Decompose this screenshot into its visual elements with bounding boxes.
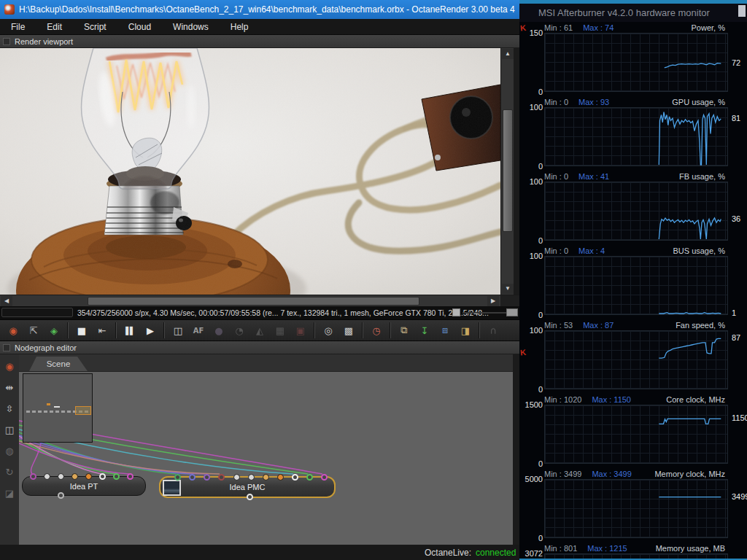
white-balance-picker-icon: ◔ xyxy=(235,325,243,336)
node-input-pin[interactable] xyxy=(85,473,92,480)
node-input-pin[interactable] xyxy=(44,473,50,480)
refresh-icon[interactable]: ↻ xyxy=(2,464,17,479)
graph-title: GPU usage, % xyxy=(672,98,725,106)
graph-polyline xyxy=(659,419,721,424)
render-camera-icon[interactable]: ◍ xyxy=(2,443,17,458)
graph-ymax-tick: 100 xyxy=(521,177,543,186)
nodegraph-canvas[interactable]: Idea PTIdea PMC xyxy=(19,372,513,545)
node-idea-pt[interactable]: Idea PT xyxy=(22,476,146,496)
menu-windows[interactable]: Windows xyxy=(162,19,220,35)
zoom-tool-icon[interactable]: ◎ xyxy=(319,322,338,339)
graph-title: Memory usage, MB xyxy=(656,544,725,553)
scroll-down-arrow[interactable]: ▼ xyxy=(502,284,514,294)
white-balance-picker-icon[interactable]: ◔ xyxy=(230,322,249,339)
restart-render-icon[interactable]: ⇤ xyxy=(93,322,112,339)
node-input-pin[interactable] xyxy=(204,474,210,481)
tab-scene[interactable]: Scene xyxy=(29,357,88,371)
pick-render-target-icon[interactable]: ◉ xyxy=(4,322,23,339)
node-idea-pmc[interactable]: Idea PMC xyxy=(159,476,336,498)
export-passes-icon[interactable]: ⧈ xyxy=(436,322,454,339)
rivatuner-icon: K xyxy=(519,348,526,357)
node-output-pin[interactable] xyxy=(58,492,64,499)
node-input-pin[interactable] xyxy=(292,474,298,481)
collapse-nodes-icon[interactable]: ⇳ xyxy=(2,401,17,416)
stop-render-icon[interactable]: ■ xyxy=(72,322,91,339)
node-input-pin[interactable] xyxy=(248,474,255,481)
node-input-pin[interactable] xyxy=(113,473,120,480)
minimap-marker xyxy=(47,403,50,405)
material-picker-icon[interactable]: ● xyxy=(209,322,228,339)
node-input-pin[interactable] xyxy=(71,473,78,480)
node-input-pin[interactable] xyxy=(321,474,328,481)
graph-polyline xyxy=(665,63,721,68)
scroll-right-arrow[interactable]: ▶ xyxy=(487,296,499,306)
minimap-viewport-box[interactable] xyxy=(75,406,91,415)
rgb-cube-icon[interactable]: ◈ xyxy=(44,322,63,339)
node-input-pin[interactable] xyxy=(306,474,313,481)
msi-window-control[interactable] xyxy=(738,5,746,17)
save-render-state-icon[interactable]: ◨ xyxy=(456,322,475,339)
autofocus-icon[interactable]: AF xyxy=(189,322,208,339)
node-output-pin[interactable] xyxy=(247,494,253,500)
subsampling-gauge-icon[interactable]: ◷ xyxy=(367,322,386,339)
panel-collapse-box[interactable] xyxy=(3,344,10,351)
octane-title-bar[interactable]: H:\Backup\Dados\Install\Benchmarks\Octan… xyxy=(0,0,519,19)
node-input-pin[interactable] xyxy=(233,474,240,481)
viewport-horizontal-scrollbar[interactable]: ◀ ▶ xyxy=(0,295,519,306)
nodegraph-header[interactable]: Nodegraph editor xyxy=(0,341,519,354)
preview-visibility-icon[interactable]: ◫ xyxy=(2,422,17,437)
graph-max-label: Max : 3499 xyxy=(592,470,631,478)
graph-max-label: Max : 74 xyxy=(583,23,614,32)
graph-header: Min : 3499Max : 3499Memory clock, MHz xyxy=(521,468,747,479)
menu-script[interactable]: Script xyxy=(73,19,117,35)
node-input-pin[interactable] xyxy=(127,473,133,480)
copy-image-icon[interactable]: ⧉ xyxy=(395,322,414,339)
graph-current-value: 72 xyxy=(732,58,740,67)
node-input-pin[interactable] xyxy=(218,474,225,481)
node-input-pin[interactable] xyxy=(99,473,106,480)
status-slider-thumb[interactable] xyxy=(506,308,518,316)
resume-render-icon[interactable]: ▶ xyxy=(141,322,160,339)
node-input-pin[interactable] xyxy=(263,474,269,481)
graph-body: 10001 xyxy=(544,256,728,315)
lock-viewport-icon[interactable]: ∩ xyxy=(484,322,503,339)
render-viewport[interactable]: ▲ ▼ xyxy=(0,48,519,295)
graph-title: Memory clock, MHz xyxy=(654,470,725,478)
menu-cloud[interactable]: Cloud xyxy=(117,19,162,35)
node-input-pin[interactable] xyxy=(277,474,284,481)
render-region-icon[interactable]: ▣ xyxy=(291,322,310,339)
real-time-render-icon[interactable]: ◫ xyxy=(169,322,187,339)
render-viewport-header[interactable]: Render viewport xyxy=(0,35,519,48)
graph-polyline xyxy=(659,218,721,239)
save-image-icon[interactable]: ↧ xyxy=(415,322,434,339)
toolbar-separator xyxy=(390,322,391,338)
pause-render-icon[interactable]: ▌▌ xyxy=(120,322,139,339)
node-input-pin[interactable] xyxy=(174,474,181,481)
fit-resolution-icon[interactable]: ⇱ xyxy=(24,322,43,339)
focus-picker-icon[interactable]: ◭ xyxy=(250,322,269,339)
scroll-left-arrow[interactable]: ◀ xyxy=(1,296,12,306)
graph-current-value: 87 xyxy=(732,333,740,342)
graph-line xyxy=(545,405,727,463)
graph-title: BUS usage, % xyxy=(673,246,725,255)
horizontal-scroll-thumb[interactable] xyxy=(88,297,419,306)
alpha-channel-icon[interactable]: ▩ xyxy=(339,322,358,339)
viewport-vertical-scrollbar[interactable]: ▲ ▼ xyxy=(500,48,514,295)
render-target-icon[interactable]: ◉ xyxy=(2,359,17,373)
msi-title-bar[interactable]: MSI Afterburner v4.2.0 hardware monitor xyxy=(519,4,747,22)
object-picker-icon[interactable]: ▦ xyxy=(271,322,290,339)
menu-file[interactable]: File xyxy=(0,19,36,35)
graph-ymax-tick: 1500 xyxy=(521,400,543,409)
menu-help[interactable]: Help xyxy=(220,19,260,35)
menu-edit[interactable]: Edit xyxy=(36,19,73,35)
expand-nodes-icon[interactable]: ⇹ xyxy=(2,380,17,394)
node-input-pin[interactable] xyxy=(58,473,64,480)
vertical-scroll-thumb[interactable] xyxy=(503,109,513,232)
nodegraph-minimap[interactable] xyxy=(23,373,93,443)
panel-collapse-box[interactable] xyxy=(3,38,10,45)
scroll-up-arrow[interactable]: ▲ xyxy=(502,49,514,59)
node-input-pin[interactable] xyxy=(189,474,196,481)
node-input-pin[interactable] xyxy=(30,473,36,480)
paint-node-icon[interactable]: ◪ xyxy=(2,486,17,500)
status-divider-handle[interactable] xyxy=(452,308,460,316)
